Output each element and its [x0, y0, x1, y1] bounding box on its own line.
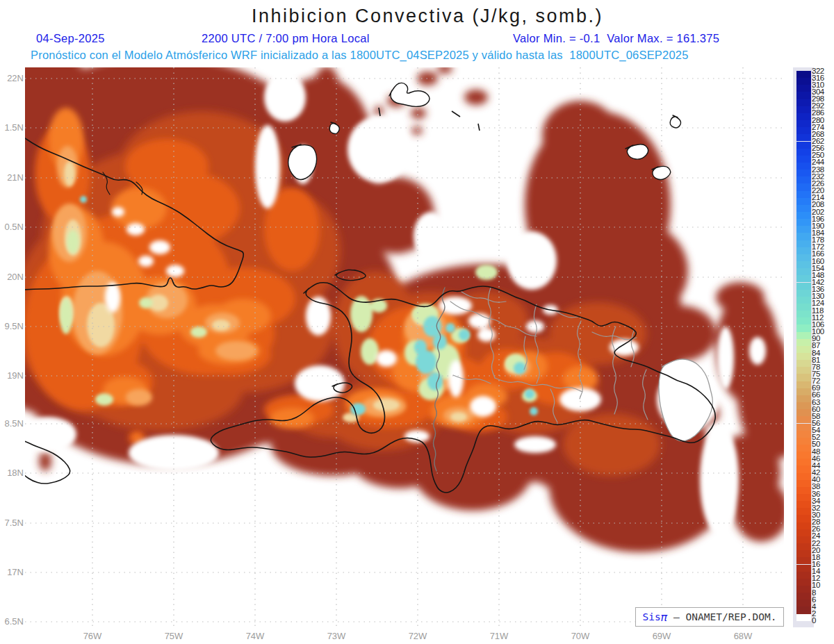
- colorbar-cell: [796, 142, 811, 149]
- colorbar-cell: [796, 290, 811, 297]
- colorbar-cell: [796, 134, 811, 141]
- map-canvas: [0, 0, 834, 644]
- lon-label: 70W: [565, 631, 596, 642]
- lon-label: 69W: [646, 631, 677, 642]
- colorbar-cell: [796, 191, 811, 198]
- colorbar-cell: [796, 374, 811, 381]
- pi-symbol: π: [661, 611, 668, 624]
- colorbar-cell: [796, 247, 811, 254]
- colorbar-cell: [796, 120, 811, 127]
- lon-label: 71W: [484, 631, 514, 642]
- lon-label: 68W: [728, 631, 758, 642]
- colorbar-cell: [796, 127, 811, 134]
- colorbar-cell: [796, 332, 811, 339]
- colorbar-cell: [796, 459, 811, 465]
- colorbar-cell: [796, 480, 811, 487]
- model-subtitle: Pronóstico con el Modelo Atmósferico WRF…: [31, 49, 689, 62]
- colorbar-cell: [796, 275, 811, 282]
- lat-label: 21N: [0, 172, 24, 183]
- colorbar-cell: [796, 515, 811, 522]
- colorbar-cell: [796, 233, 811, 240]
- credit-brand: Sis: [643, 611, 661, 622]
- lon-label: 76W: [77, 631, 108, 642]
- colorbar-cell: [796, 283, 811, 290]
- colorbar-cell: [796, 522, 811, 529]
- lat-label: 6.5N: [0, 616, 24, 627]
- colorbar-cell: [796, 579, 811, 586]
- colorbar-cell: [796, 431, 811, 438]
- colorbar-cell: [796, 416, 811, 423]
- lon-label: 75W: [158, 631, 189, 642]
- weather-map-page: Inhibicion Convectiva (J/kg, somb.) 04-S…: [0, 0, 834, 644]
- colorbar-cell: [796, 593, 811, 600]
- forecast-time: 2200 UTC / 7:00 pm Hora Local: [202, 32, 370, 45]
- colorbar-cell: [796, 324, 811, 331]
- colorbar-cell: [796, 106, 811, 113]
- colorbar-cell: [796, 367, 811, 374]
- colorbar-cell: [796, 99, 811, 106]
- colorbar-cell: [796, 85, 811, 92]
- colorbar-cell: [796, 381, 811, 388]
- colorbar-cell: [796, 183, 811, 190]
- colorbar-cell: [796, 170, 811, 176]
- lat-label: 20N: [0, 272, 24, 283]
- colorbar-cell: [796, 205, 811, 212]
- colorbar-cell: [796, 395, 811, 402]
- colorbar-cell: [796, 508, 811, 515]
- lat-label: 19N: [0, 370, 24, 381]
- lon-label: 74W: [240, 631, 270, 642]
- colorbar-cell: [796, 78, 811, 85]
- colorbar-cell: [796, 346, 811, 353]
- colorbar-cell: [796, 339, 811, 346]
- lat-label: 17N: [0, 567, 24, 578]
- colorbar-cell: [796, 149, 811, 156]
- colorbar-cell: [796, 163, 811, 170]
- colorbar-cell: [796, 388, 811, 395]
- colorbar-cell: [796, 529, 811, 536]
- colorbar-cell: [796, 226, 811, 233]
- lat-label: 0.5N: [0, 222, 24, 233]
- colorbar-cell: [796, 543, 811, 550]
- colorbar-cell: [796, 614, 811, 621]
- colorbar-cell: [796, 557, 811, 564]
- colorbar-cell: [796, 501, 811, 508]
- colorbar-cell: [796, 219, 811, 226]
- colorbar-cell: [796, 198, 811, 205]
- colorbar-cell: [796, 317, 811, 324]
- lat-label: 9.5N: [0, 321, 24, 332]
- colorbar-cell: [796, 487, 811, 494]
- colorbar-cell: [796, 113, 811, 120]
- colorbar-cell: [796, 311, 811, 317]
- colorbar-cell: [796, 452, 811, 459]
- lon-label: 73W: [321, 631, 352, 642]
- colorbar-cell: [796, 536, 811, 543]
- colorbar-cell: [796, 240, 811, 247]
- colorbar-cell: [796, 550, 811, 557]
- lat-label: 18N: [0, 468, 24, 479]
- colorbar-cell: [796, 572, 811, 579]
- colorbar-cell: [796, 409, 811, 416]
- forecast-date: 04-Sep-2025: [36, 32, 105, 45]
- colorbar-cell: [796, 304, 811, 311]
- lon-label: 72W: [402, 631, 433, 642]
- colorbar-cell: [796, 606, 811, 613]
- page-title: Inhibicion Convectiva (J/kg, somb.): [252, 6, 603, 27]
- colorbar-cell: [796, 402, 811, 409]
- colorbar-cell: [796, 360, 811, 367]
- colorbar-cell: [796, 424, 811, 431]
- lat-label: 7.5N: [0, 518, 24, 529]
- colorbar-cell: [796, 465, 811, 472]
- min-max-values: Valor Min. = -0.1 Valor Max. = 161.375: [513, 32, 719, 45]
- colorbar-cell: [796, 445, 811, 452]
- colorbar-cell: [796, 353, 811, 360]
- colorbar-cell: [796, 261, 811, 268]
- colorbar-cell: [796, 297, 811, 304]
- colorbar-cell: [796, 586, 811, 593]
- lat-label: 1.5N: [0, 122, 24, 133]
- colorbar-cell: [796, 600, 811, 606]
- colorbar-cell: [796, 176, 811, 183]
- colorbar-cell: [796, 473, 811, 480]
- colorbar-cell: [796, 212, 811, 219]
- credit-box: Sisπ — ONAMET/REP.DOM.: [635, 607, 784, 627]
- credit-agency: — ONAMET/REP.DOM.: [667, 611, 776, 622]
